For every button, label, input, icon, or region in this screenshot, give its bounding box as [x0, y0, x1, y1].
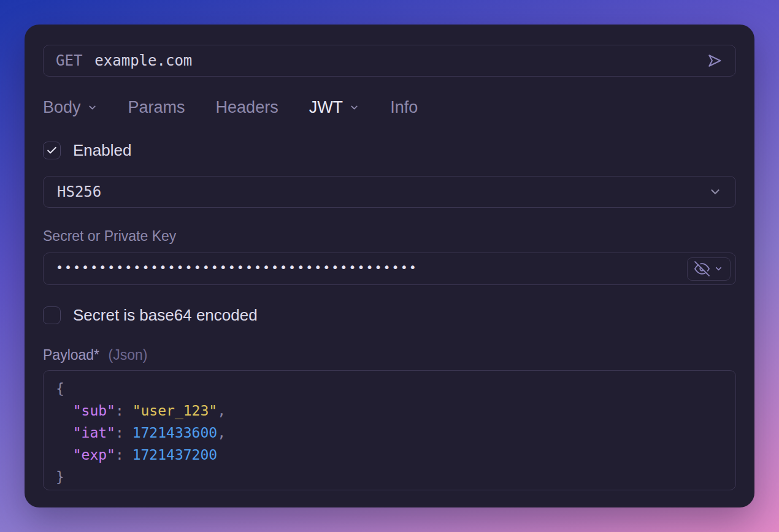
code-line: "sub": "user_123", [56, 400, 723, 422]
secret-key-label: Secret or Private Key [43, 228, 736, 245]
tab-jwt[interactable]: JWT [309, 98, 359, 117]
tab-headers[interactable]: Headers [216, 98, 278, 117]
enabled-checkbox[interactable] [43, 142, 61, 159]
chevron-down-icon [349, 102, 359, 113]
secret-key-input[interactable]: ••••••••••••••••••••••••••••••••••••••••… [43, 253, 736, 285]
code-line: } [56, 466, 723, 488]
code-line: "iat": 1721433600, [56, 422, 723, 444]
enabled-label: Enabled [73, 141, 131, 160]
payload-json-editor[interactable]: { "sub": "user_123", "iat": 1721433600, … [43, 370, 736, 490]
http-method[interactable]: GET [56, 52, 82, 69]
tab-label: JWT [309, 98, 343, 117]
chevron-down-icon [714, 264, 723, 273]
payload-format-hint: (Json) [108, 347, 147, 363]
check-icon [46, 145, 58, 156]
chevron-down-icon [87, 102, 98, 113]
chevron-down-icon [708, 185, 722, 199]
tab-label: Params [128, 98, 185, 117]
tab-body[interactable]: Body [43, 98, 98, 117]
toggle-secret-visibility-button[interactable] [687, 257, 731, 281]
algorithm-value: HS256 [57, 183, 101, 200]
payload-editor-code: { "sub": "user_123", "iat": 1721433600, … [56, 378, 723, 488]
code-line: "exp": 1721437200 [56, 444, 723, 466]
jwt-enabled-row: Enabled [43, 141, 736, 159]
algorithm-select[interactable]: HS256 [43, 176, 736, 208]
base64-label: Secret is base64 encoded [73, 306, 258, 325]
url-input[interactable]: example.com [94, 52, 192, 69]
base64-checkbox[interactable] [43, 306, 61, 324]
tab-label: Body [43, 98, 81, 117]
request-tabs: BodyParamsHeadersJWTInfo [43, 97, 736, 118]
tab-params[interactable]: Params [128, 98, 185, 117]
secret-masked-value: ••••••••••••••••••••••••••••••••••••••••… [56, 260, 418, 275]
tab-label: Headers [216, 98, 278, 117]
payload-label: Payload* (Json) [43, 347, 736, 363]
payload-label-text: Payload* [43, 347, 99, 363]
request-url-bar[interactable]: GET example.com [43, 45, 736, 77]
paper-plane-icon [706, 52, 723, 69]
tab-label: Info [390, 98, 418, 117]
eye-off-icon [694, 261, 710, 276]
request-panel: GET example.com BodyParamsHeadersJWTInfo… [25, 25, 754, 507]
tab-info[interactable]: Info [390, 98, 418, 117]
base64-row: Secret is base64 encoded [43, 306, 736, 324]
code-line: { [56, 378, 723, 400]
send-button[interactable] [706, 52, 723, 69]
